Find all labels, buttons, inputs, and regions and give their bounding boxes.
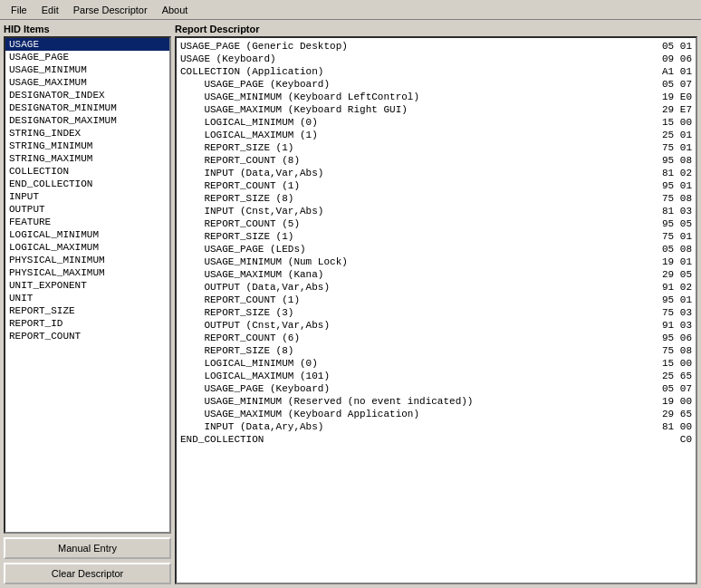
descriptor-text: REPORT_COUNT (1)	[180, 294, 638, 306]
descriptor-line: LOGICAL_MAXIMUM (1)25 01	[180, 129, 692, 141]
descriptor-text: USAGE_MINIMUM (Keyboard LeftControl)	[180, 91, 638, 103]
descriptor-text: OUTPUT (Data,Var,Abs)	[180, 281, 638, 294]
menu-file[interactable]: File	[4, 3, 34, 17]
descriptor-text: REPORT_SIZE (3)	[180, 306, 638, 319]
descriptor-line: LOGICAL_MINIMUM (0)15 00	[180, 116, 692, 129]
right-panel: Report Descriptor USAGE_PAGE (Generic De…	[175, 24, 697, 584]
list-item[interactable]: STRING_INDEX	[5, 127, 169, 140]
descriptor-hex: 05 08	[638, 243, 692, 255]
list-item[interactable]: REPORT_COUNT	[5, 330, 169, 342]
descriptor-text: LOGICAL_MAXIMUM (1)	[180, 129, 638, 141]
descriptor-line: INPUT (Data,Var,Abs)81 02	[180, 167, 692, 179]
list-item[interactable]: USAGE_PAGE	[5, 51, 169, 63]
list-item[interactable]: END_COLLECTION	[5, 178, 169, 190]
descriptor-hex: 81 00	[638, 420, 692, 433]
descriptor-line: COLLECTION (Application)A1 01	[180, 65, 692, 78]
descriptor-text: USAGE_PAGE (Generic Desktop)	[180, 40, 638, 53]
list-item[interactable]: LOGICAL_MINIMUM	[5, 228, 169, 241]
hid-items-listbox[interactable]: USAGEUSAGE_PAGEUSAGE_MINIMUMUSAGE_MAXIMU…	[4, 36, 171, 534]
descriptor-hex: 91 03	[638, 319, 692, 332]
descriptor-hex: 09 06	[638, 53, 692, 65]
list-item[interactable]: PHYSICAL_MAXIMUM	[5, 266, 169, 279]
descriptor-line: REPORT_SIZE (8)75 08	[180, 344, 692, 357]
list-item[interactable]: COLLECTION	[5, 165, 169, 178]
list-item[interactable]: LOGICAL_MAXIMUM	[5, 241, 169, 254]
descriptor-line: REPORT_SIZE (1)75 01	[180, 230, 692, 243]
descriptor-text: REPORT_SIZE (8)	[180, 344, 638, 357]
descriptor-text: OUTPUT (Cnst,Var,Abs)	[180, 319, 638, 332]
report-descriptor-label: Report Descriptor	[175, 24, 697, 34]
descriptor-hex: 05 07	[638, 382, 692, 395]
list-item[interactable]: DESIGNATOR_MAXIMUM	[5, 114, 169, 127]
descriptor-hex: 91 02	[638, 281, 692, 294]
descriptor-text: INPUT (Data,Ary,Abs)	[180, 420, 638, 433]
descriptor-line: OUTPUT (Data,Var,Abs)91 02	[180, 281, 692, 294]
list-item[interactable]: DESIGNATOR_MINIMUM	[5, 101, 169, 114]
descriptor-hex: 19 01	[638, 255, 692, 268]
list-item[interactable]: INPUT	[5, 190, 169, 203]
descriptor-line: LOGICAL_MAXIMUM (101)25 65	[180, 370, 692, 382]
list-item[interactable]: OUTPUT	[5, 203, 169, 216]
descriptor-line: LOGICAL_MINIMUM (0)15 00	[180, 357, 692, 370]
descriptor-hex: 75 01	[638, 141, 692, 154]
left-panel: HID Items USAGEUSAGE_PAGEUSAGE_MINIMUMUS…	[4, 24, 171, 584]
menu-about[interactable]: About	[155, 3, 196, 17]
descriptor-text: INPUT (Data,Var,Abs)	[180, 167, 638, 179]
descriptor-text: INPUT (Cnst,Var,Abs)	[180, 205, 638, 217]
descriptor-hex: 95 05	[638, 217, 692, 230]
descriptor-line: USAGE_PAGE (Generic Desktop)05 01	[180, 40, 692, 53]
descriptor-line: USAGE_PAGE (Keyboard)05 07	[180, 382, 692, 395]
descriptor-line: INPUT (Data,Ary,Abs)81 00	[180, 420, 692, 433]
descriptor-hex: 95 01	[638, 179, 692, 192]
list-item[interactable]: STRING_MAXIMUM	[5, 152, 169, 165]
descriptor-hex: A1 01	[638, 65, 692, 78]
menu-parse-descriptor[interactable]: Parse Descriptor	[66, 3, 155, 17]
list-item[interactable]: REPORT_ID	[5, 317, 169, 330]
list-item[interactable]: UNIT_EXPONENT	[5, 279, 169, 292]
descriptor-hex: C0	[638, 433, 692, 446]
list-item[interactable]: FEATURE	[5, 216, 169, 228]
descriptor-text: USAGE_PAGE (Keyboard)	[180, 382, 638, 395]
descriptor-hex: 05 01	[638, 40, 692, 53]
list-item[interactable]: UNIT	[5, 292, 169, 304]
manual-entry-button[interactable]: Manual Entry	[4, 537, 171, 559]
descriptor-hex: 19 00	[638, 395, 692, 408]
descriptor-text: USAGE_PAGE (Keyboard)	[180, 78, 638, 91]
descriptor-text: REPORT_SIZE (8)	[180, 192, 638, 205]
descriptor-line: USAGE_MAXIMUM (Kana)29 05	[180, 268, 692, 281]
descriptor-text: COLLECTION (Application)	[180, 65, 638, 78]
descriptor-text: USAGE_PAGE (LEDs)	[180, 243, 638, 255]
list-item[interactable]: DESIGNATOR_INDEX	[5, 89, 169, 101]
descriptor-hex: 75 03	[638, 306, 692, 319]
descriptor-hex: 29 65	[638, 408, 692, 420]
menubar: File Edit Parse Descriptor About	[0, 0, 701, 20]
list-item[interactable]: USAGE	[5, 38, 169, 51]
descriptor-line: REPORT_SIZE (8)75 08	[180, 192, 692, 205]
descriptor-text: USAGE_MINIMUM (Reserved (no event indica…	[180, 395, 638, 408]
main-area: HID Items USAGEUSAGE_PAGEUSAGE_MINIMUMUS…	[0, 20, 701, 588]
list-item[interactable]: REPORT_SIZE	[5, 304, 169, 317]
descriptor-text: REPORT_SIZE (1)	[180, 230, 638, 243]
descriptor-hex: 25 01	[638, 129, 692, 141]
descriptor-text: USAGE (Keyboard)	[180, 53, 638, 65]
descriptor-text: REPORT_COUNT (8)	[180, 154, 638, 167]
descriptor-text: USAGE_MAXIMUM (Keyboard Right GUI)	[180, 103, 638, 116]
descriptor-line: USAGE_MINIMUM (Reserved (no event indica…	[180, 395, 692, 408]
clear-descriptor-button[interactable]: Clear Descriptor	[4, 563, 171, 584]
descriptor-line: USAGE_MINIMUM (Keyboard LeftControl)19 E…	[180, 91, 692, 103]
list-item[interactable]: USAGE_MINIMUM	[5, 63, 169, 76]
descriptor-box[interactable]: USAGE_PAGE (Generic Desktop)05 01USAGE (…	[175, 36, 697, 584]
list-item[interactable]: USAGE_MAXIMUM	[5, 76, 169, 89]
descriptor-hex: 75 01	[638, 230, 692, 243]
menu-edit[interactable]: Edit	[34, 3, 66, 17]
descriptor-line: REPORT_SIZE (3)75 03	[180, 306, 692, 319]
descriptor-text: END_COLLECTION	[180, 433, 638, 446]
descriptor-text: REPORT_COUNT (6)	[180, 332, 638, 344]
list-item[interactable]: STRING_MINIMUM	[5, 140, 169, 152]
descriptor-hex: 95 06	[638, 332, 692, 344]
hid-items-label: HID Items	[4, 24, 171, 34]
list-item[interactable]: PHYSICAL_MINIMUM	[5, 254, 169, 266]
descriptor-text: REPORT_SIZE (1)	[180, 141, 638, 154]
descriptor-line: REPORT_COUNT (1)95 01	[180, 294, 692, 306]
buttons-area: Manual Entry Clear Descriptor	[4, 537, 171, 584]
